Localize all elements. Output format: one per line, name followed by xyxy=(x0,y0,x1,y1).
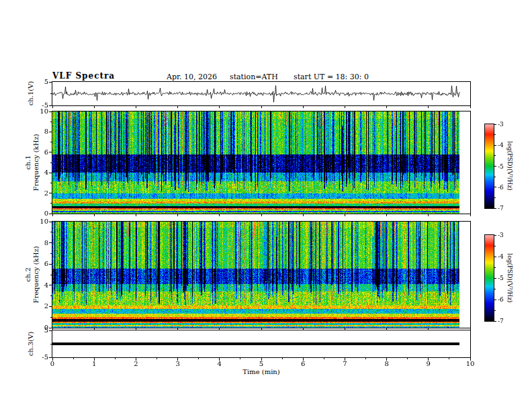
colorbar-minor-tick xyxy=(494,289,496,289)
x-axis-minor-tick xyxy=(449,358,449,359)
colorbar-minor-tick xyxy=(494,267,496,268)
colorbar-tick xyxy=(494,300,496,300)
x-axis-tick-label: 0 xyxy=(42,360,62,368)
y-tick-label: 10 xyxy=(30,218,48,226)
x-axis-tick xyxy=(303,358,304,361)
colorbar-minor-tick xyxy=(494,155,496,156)
colorbar-tick xyxy=(494,166,496,167)
vlf-spectra-figure: VLF Spectra Apr. 10, 2026 station=ATH st… xyxy=(0,0,532,411)
x-tick xyxy=(94,106,95,108)
x-axis-minor-tick xyxy=(365,358,366,359)
x-axis-label: Time (min) xyxy=(221,368,302,375)
colorbar-tick xyxy=(494,124,496,125)
x-axis-tick-label: 1 xyxy=(84,360,104,368)
x-tick xyxy=(428,214,429,216)
x-axis-tick xyxy=(428,358,429,361)
colorbar-tick xyxy=(494,321,496,322)
x-tick xyxy=(52,106,53,108)
x-tick xyxy=(303,214,304,216)
x-tick xyxy=(261,106,262,108)
x-tick xyxy=(386,214,387,216)
x-axis-tick xyxy=(136,358,136,361)
x-tick xyxy=(386,106,387,108)
x-axis-tick xyxy=(261,358,262,361)
colorbar-minor-tick xyxy=(494,177,496,177)
x-tick xyxy=(52,214,53,216)
x-tick xyxy=(261,214,262,216)
x-axis-minor-tick xyxy=(73,358,74,359)
ch2-spectrogram-ylabel-axis: Frequency (kHz) xyxy=(32,246,40,303)
colorbar1-tick-label: -3 xyxy=(498,120,513,128)
x-axis-tick xyxy=(219,358,220,361)
ch1-spectrogram-ylabel-axis: Frequency (kHz) xyxy=(32,134,40,191)
colorbar-ch2 xyxy=(484,234,494,322)
x-tick xyxy=(177,214,178,216)
colorbar-tick xyxy=(494,257,496,257)
x-tick xyxy=(177,106,178,108)
x-axis-tick xyxy=(52,358,53,361)
figure-start-ut: start UT = 18: 30: 0 xyxy=(294,73,369,81)
x-axis-tick xyxy=(94,358,95,361)
figure-title: VLF Spectra xyxy=(52,71,115,81)
colorbar-tick xyxy=(494,187,496,187)
x-tick xyxy=(136,106,136,108)
x-axis-tick xyxy=(345,358,345,361)
x-axis-minor-tick xyxy=(240,358,240,359)
x-axis-tick-label: 5 xyxy=(251,360,271,368)
ch1-waveform-plot xyxy=(52,81,471,106)
x-tick xyxy=(470,214,471,216)
x-tick xyxy=(345,214,345,216)
x-axis-minor-tick xyxy=(115,358,116,359)
ch2-spectrogram-ylabel: ch.2 Frequency (kHz) xyxy=(24,246,40,303)
ch1-spectrogram-ylabel: ch.1 Frequency (kHz) xyxy=(24,134,40,191)
x-axis-tick-label: 2 xyxy=(126,360,146,368)
colorbar-tick xyxy=(494,278,496,279)
x-axis-tick xyxy=(177,358,178,361)
y-tick-label: 10 xyxy=(30,107,48,116)
x-axis-minor-tick xyxy=(282,358,283,359)
colorbar-ch1-label: log(PSD)(V²/Hz) xyxy=(506,141,513,190)
colorbar2-tick-label: -3 xyxy=(498,231,513,239)
ch3-trace-ylabel: ch.3(V) xyxy=(27,332,35,357)
x-axis-minor-tick xyxy=(407,358,408,359)
x-axis-minor-tick xyxy=(157,358,157,359)
colorbar-minor-tick xyxy=(494,197,496,198)
x-tick xyxy=(470,106,471,108)
y-tick-label: 0 xyxy=(30,210,48,218)
x-axis-minor-tick xyxy=(324,358,324,359)
colorbar-minor-tick xyxy=(494,134,496,135)
x-axis-tick-label: 6 xyxy=(293,360,313,368)
x-tick xyxy=(303,106,304,108)
x-axis-tick-label: 3 xyxy=(168,360,188,368)
x-tick xyxy=(219,214,220,216)
ch1-spectrogram-ylabel-channel: ch.1 xyxy=(24,134,32,191)
colorbar-tick xyxy=(494,208,496,209)
x-tick xyxy=(428,106,429,108)
colorbar-minor-tick xyxy=(494,310,496,311)
colorbar1-tick-label: -7 xyxy=(498,204,513,212)
x-tick xyxy=(94,214,95,216)
ch2-spectrogram xyxy=(52,221,471,328)
colorbar2-tick-label: -7 xyxy=(498,317,513,325)
x-axis-tick-label: 7 xyxy=(335,360,355,368)
colorbar-ch1 xyxy=(484,124,494,209)
y-tick-label: 2 xyxy=(30,302,48,310)
ch2-spectrogram-ylabel-channel: ch.2 xyxy=(24,246,32,303)
ch1-spectrogram xyxy=(52,111,471,214)
ch3-trace-plot xyxy=(52,330,471,358)
x-axis-tick-label: 8 xyxy=(377,360,397,368)
x-axis-tick-label: 9 xyxy=(418,360,439,368)
colorbar-tick xyxy=(494,145,496,146)
figure-station: station=ATH xyxy=(230,73,278,81)
colorbar-minor-tick xyxy=(494,246,496,246)
x-axis-tick xyxy=(386,358,387,361)
ch1-waveform-ylabel: ch.1(V) xyxy=(27,81,35,106)
x-tick xyxy=(345,106,345,108)
y-tick-label: 0 xyxy=(30,324,48,332)
figure-date: Apr. 10, 2026 xyxy=(167,73,217,81)
x-tick xyxy=(136,214,136,216)
x-axis-tick-label: 4 xyxy=(210,360,230,368)
colorbar-ch2-label: log(PSD)(V²/Hz) xyxy=(506,253,513,302)
x-axis-tick-label: 10 xyxy=(460,360,480,368)
x-axis-minor-tick xyxy=(198,358,199,359)
